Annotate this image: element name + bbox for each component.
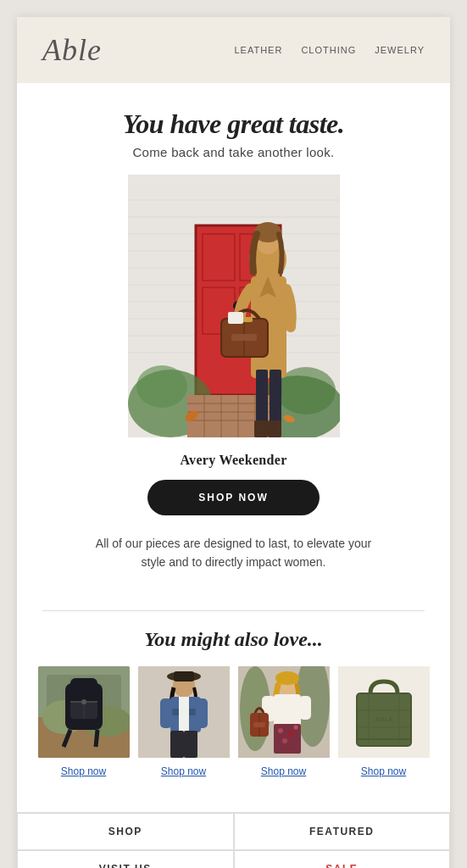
hero-subtext: Come back and take another look. <box>51 145 416 159</box>
shop-now-link-4[interactable]: Shop now <box>361 765 406 777</box>
also-love-title: You might also love... <box>34 628 433 651</box>
svg-rect-43 <box>268 420 281 437</box>
shop-now-link-1[interactable]: Shop now <box>61 765 106 777</box>
product-thumb-3 <box>238 666 330 758</box>
footer-sale-link[interactable]: SALE <box>234 850 451 868</box>
nav-jewelry[interactable]: JEWELRY <box>375 45 425 55</box>
svg-rect-65 <box>174 671 194 682</box>
svg-point-22 <box>136 365 187 408</box>
products-grid: Shop now <box>34 666 433 778</box>
svg-rect-56 <box>70 678 97 691</box>
header: Able LEATHER CLOTHING JEWELRY <box>17 17 450 83</box>
footer-links-grid: SHOP FEATURED VISIT US SALE <box>17 812 450 868</box>
product-item-2: Shop now <box>138 666 230 778</box>
svg-point-84 <box>287 731 294 737</box>
svg-rect-72 <box>196 698 208 728</box>
section-divider <box>42 610 425 611</box>
shop-now-link-2[interactable]: Shop now <box>161 765 206 777</box>
logo[interactable]: Able <box>42 32 102 68</box>
svg-rect-41 <box>270 370 281 429</box>
footer-shop-link[interactable]: SHOP <box>17 813 234 850</box>
hero-section: You have great taste. Come back and take… <box>17 83 450 610</box>
product-name: Avery Weekender <box>51 453 416 468</box>
svg-rect-40 <box>256 370 268 429</box>
svg-rect-71 <box>160 698 172 728</box>
footer-visit-us-link[interactable]: VISIT US <box>17 850 234 868</box>
nav-links: LEATHER CLOTHING JEWELRY <box>234 45 425 55</box>
nav-leather[interactable]: LEATHER <box>234 45 282 55</box>
svg-point-80 <box>275 671 299 685</box>
svg-rect-74 <box>184 731 197 758</box>
hero-headline: You have great taste. <box>51 108 416 140</box>
svg-rect-81 <box>274 694 301 728</box>
shop-now-link-3[interactable]: Shop now <box>261 765 306 777</box>
product-item-1: Shop now <box>38 666 130 778</box>
svg-point-86 <box>293 725 297 729</box>
footer-featured-link[interactable]: FEATURED <box>234 813 451 850</box>
product-thumb-1 <box>38 666 130 758</box>
svg-rect-70 <box>179 697 189 735</box>
product-item-3: Shop now <box>238 666 330 778</box>
product-thumb-4: ABLE <box>338 666 430 758</box>
product-thumb-2 <box>138 666 230 758</box>
svg-point-83 <box>278 728 283 733</box>
svg-rect-73 <box>170 731 184 758</box>
product-scene-svg <box>128 175 340 437</box>
hero-tagline: All of our pieces are designed to last, … <box>90 534 378 572</box>
email-container: Able LEATHER CLOTHING JEWELRY You have g… <box>17 17 450 868</box>
nav-clothing[interactable]: CLOTHING <box>301 45 356 55</box>
svg-point-60 <box>81 699 86 704</box>
svg-text:ABLE: ABLE <box>375 715 393 723</box>
svg-rect-49 <box>228 312 243 324</box>
also-love-section: You might also love... <box>17 628 450 804</box>
svg-rect-47 <box>231 334 257 341</box>
svg-rect-88 <box>299 696 311 720</box>
svg-rect-91 <box>253 722 265 727</box>
product-image <box>128 175 340 437</box>
svg-point-85 <box>282 738 287 743</box>
product-item-4: ABLE Shop now <box>338 666 430 778</box>
svg-rect-42 <box>254 420 268 437</box>
shop-now-button[interactable]: SHOP NOW <box>147 480 319 515</box>
